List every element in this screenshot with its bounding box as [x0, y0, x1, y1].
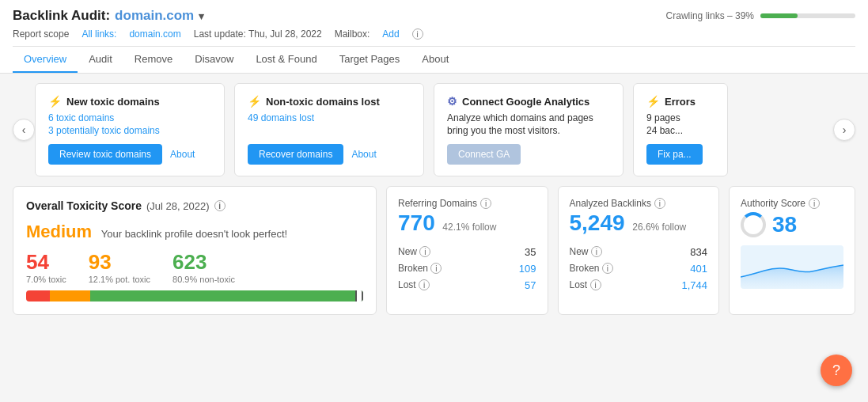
toxicity-title: Overall Toxicity Score (Jul 28, 2022) i	[26, 199, 363, 212]
score-pot-toxic: 93 12.1% pot. toxic	[89, 250, 150, 284]
card-errors: ⚡ Errors 9 pages 24 bac... Fix pa...	[633, 83, 728, 176]
all-links-domain[interactable]: domain.com	[129, 28, 180, 40]
toxic-about-link[interactable]: About	[170, 149, 195, 160]
fix-pages-button[interactable]: Fix pa...	[646, 144, 703, 165]
card-toxic-line2: 3 potentially toxic domains	[48, 125, 211, 136]
card-nontoxic-header: ⚡ Non-toxic domains lost	[248, 95, 411, 108]
score-toxic: 54 7.0% toxic	[26, 250, 66, 284]
score-nontoxic-label: 80.9% non-toxic	[172, 275, 235, 284]
mailbox-info-icon[interactable]: i	[412, 28, 423, 40]
rd-broken-label: Broken i	[398, 263, 442, 275]
analyzed-backlinks-rows: New i 834 Broken i 401 Lost i 1,744	[570, 244, 708, 294]
toxicity-level-row: Medium Your backlink profile doesn't loo…	[26, 222, 363, 242]
main-content: Overall Toxicity Score (Jul 28, 2022) i …	[0, 186, 868, 328]
ab-new-row: New i 834	[570, 244, 708, 260]
ab-new-info[interactable]: i	[591, 246, 602, 257]
score-pot-toxic-label: 12.1% pot. toxic	[89, 275, 150, 284]
pb-red	[26, 290, 50, 302]
rd-new-info[interactable]: i	[419, 246, 430, 257]
card-ga-line1: Analyze which domains and pages	[447, 112, 610, 123]
analyzed-backlinks-count: 5,249	[570, 210, 625, 235]
score-toxic-value: 54	[26, 250, 66, 275]
toxicity-date: (Jul 28, 2022)	[146, 200, 210, 212]
referring-domains-follow: 42.1% follow	[442, 222, 496, 233]
authority-score-info[interactable]: i	[809, 198, 820, 209]
card-ga-line2: bring you the most visitors.	[447, 125, 610, 136]
title-prefix: Backlink Audit:	[13, 8, 110, 24]
rd-lost-label: Lost i	[398, 279, 430, 291]
connect-ga-button[interactable]: Connect GA	[447, 144, 521, 165]
tab-about[interactable]: About	[411, 47, 460, 73]
domains-lost-link[interactable]: 49 domains lost	[248, 112, 314, 123]
rd-broken-row: Broken i 109	[398, 260, 536, 277]
crawl-bar-fill	[760, 13, 798, 18]
card-errors-actions: Fix pa...	[646, 144, 714, 165]
authority-score-card: Authority Score i 38	[729, 186, 855, 315]
review-toxic-button[interactable]: Review toxic domains	[48, 144, 162, 165]
rd-broken-info[interactable]: i	[430, 263, 442, 274]
cards-prev-arrow[interactable]: ‹	[13, 119, 35, 141]
tab-disavow[interactable]: Disavow	[184, 47, 244, 73]
score-toxic-label: 7.0% toxic	[26, 275, 66, 284]
mailbox-label: Mailbox:	[335, 28, 370, 40]
tab-audit[interactable]: Audit	[78, 47, 123, 73]
ab-broken-label: Broken i	[570, 263, 613, 275]
rd-lost-info[interactable]: i	[419, 279, 430, 290]
nav-tabs: Overview Audit Remove Disavow Lost & Fou…	[13, 46, 855, 73]
rd-new-value: 35	[525, 246, 536, 258]
chevron-icon[interactable]: ▾	[199, 10, 204, 22]
card-toxic-line1: 6 toxic domains	[48, 112, 211, 123]
recover-domains-button[interactable]: Recover domains	[248, 144, 343, 165]
card-errors-line2: 24 bac...	[646, 125, 714, 136]
toxicity-level: Medium	[26, 222, 92, 241]
report-scope-label: Report scope	[13, 28, 69, 40]
rd-new-row: New i 35	[398, 244, 536, 260]
lightning-icon-2: ⚡	[248, 95, 261, 108]
cards-next-arrow[interactable]: ›	[833, 119, 855, 141]
metrics-section: Referring Domains i 770 42.1% follow New…	[386, 186, 855, 315]
analyzed-backlinks-follow: 26.6% follow	[632, 222, 686, 233]
all-links-label[interactable]: All links:	[81, 28, 116, 40]
tab-remove[interactable]: Remove	[123, 47, 184, 73]
gear-icon: ⚙	[447, 95, 457, 108]
cards-wrapper: ⚡ New toxic domains 6 toxic domains 3 po…	[35, 83, 833, 176]
card-errors-line1: 9 pages	[646, 112, 714, 123]
ab-broken-info[interactable]: i	[602, 263, 613, 274]
referring-domains-info[interactable]: i	[480, 198, 491, 209]
crawl-bar-bg	[760, 13, 855, 18]
tab-target-pages[interactable]: Target Pages	[328, 47, 411, 73]
tab-overview[interactable]: Overview	[13, 47, 78, 73]
analyzed-backlinks-info[interactable]: i	[654, 198, 665, 209]
nontoxic-about-link[interactable]: About	[351, 149, 376, 160]
toxicity-progress-bar	[26, 290, 363, 302]
cards-section: ‹ ⚡ New toxic domains 6 toxic domains 3 …	[0, 74, 868, 186]
authority-mini-chart	[741, 245, 843, 289]
card-nontoxic-actions: Recover domains About	[248, 144, 411, 165]
card-nontoxic-line1: 49 domains lost	[248, 112, 411, 123]
score-row: 54 7.0% toxic 93 12.1% pot. toxic 623 80…	[26, 250, 363, 284]
lightning-icon: ⚡	[48, 95, 62, 108]
card-toxic-actions: Review toxic domains About	[48, 144, 211, 165]
page-title: Backlink Audit: domain.com ▾	[13, 8, 204, 24]
tab-lost-found[interactable]: Lost & Found	[244, 47, 328, 73]
ab-broken-value: 401	[690, 263, 707, 275]
card-errors-header: ⚡ Errors	[646, 95, 714, 108]
ab-new-label: New i	[570, 246, 602, 258]
pb-orange	[50, 290, 91, 302]
toxic-domains-link[interactable]: 6 toxic domains	[48, 112, 114, 123]
toxicity-info-icon[interactable]: i	[214, 200, 226, 211]
analyzed-backlinks-card: Analyzed Backlinks i 5,249 26.6% follow …	[558, 186, 720, 315]
mailbox-add[interactable]: Add	[382, 28, 399, 40]
rd-broken-value: 109	[519, 263, 536, 275]
ab-lost-value: 1,744	[681, 279, 707, 291]
card-ga-title: Connect Google Analytics	[462, 96, 589, 108]
authority-score-value: 38	[772, 212, 797, 237]
card-nontoxic: ⚡ Non-toxic domains lost 49 domains lost…	[234, 83, 424, 176]
ab-lost-info[interactable]: i	[590, 279, 601, 290]
analyzed-backlinks-title: Analyzed Backlinks i	[570, 198, 708, 209]
rd-lost-row: Lost i 57	[398, 277, 536, 294]
last-update: Last update: Thu, Jul 28, 2022	[194, 28, 322, 40]
potentially-toxic-link[interactable]: 3 potentially toxic domains	[48, 125, 160, 136]
domain-link[interactable]: domain.com	[115, 8, 194, 24]
sub-row: Report scope All links: domain.com Last …	[13, 28, 855, 46]
